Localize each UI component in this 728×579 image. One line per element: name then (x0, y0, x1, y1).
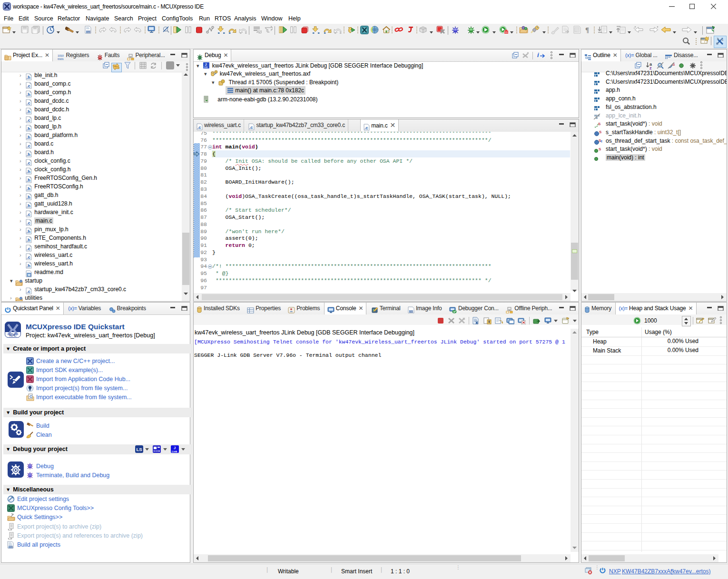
svg-text:1010: 1010 (58, 54, 64, 57)
svg-text:Link: Link (204, 66, 208, 69)
svg-text:010: 010 (87, 31, 90, 33)
svg-text:Link: Link (172, 450, 177, 453)
svg-text:010: 010 (409, 311, 413, 313)
svg-text:S: S (599, 130, 601, 134)
svg-text:S: S (598, 122, 601, 126)
svg-text:.c: .c (364, 125, 368, 130)
svg-text:C: C (30, 394, 32, 399)
svg-text:.c: .c (197, 125, 201, 130)
svg-text:¶: ¶ (585, 26, 589, 34)
svg-text:LS: LS (137, 447, 142, 452)
svg-text:c: c (600, 139, 602, 143)
svg-text:010: 010 (9, 546, 13, 549)
svg-text:IDE: IDE (10, 333, 17, 337)
svg-text:J: J (205, 63, 207, 66)
svg-text:S: S (599, 147, 601, 151)
svg-text:.c: .c (249, 125, 253, 130)
svg-text:0101: 0101 (58, 58, 64, 60)
